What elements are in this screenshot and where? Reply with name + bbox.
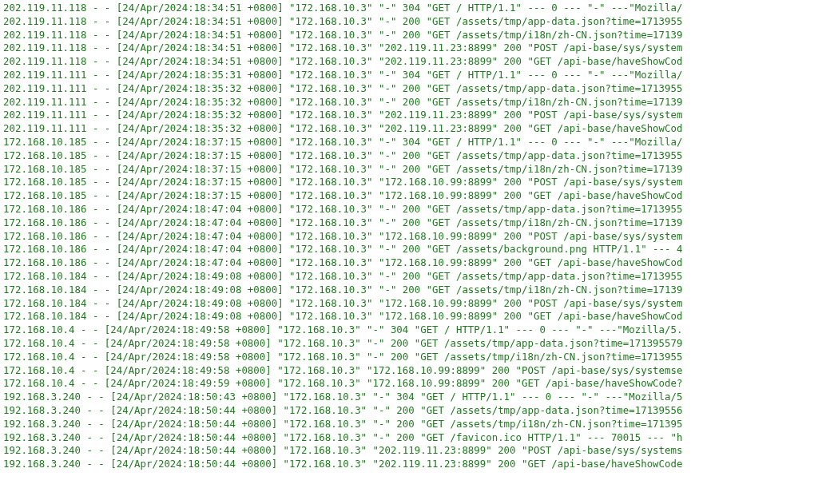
log-line: 202.119.11.111 - - [24/Apr/2024:18:35:32… xyxy=(3,122,818,136)
log-line: 172.168.10.4 - - [24/Apr/2024:18:49:59 +… xyxy=(3,377,818,391)
log-line: 172.168.10.184 - - [24/Apr/2024:18:49:08… xyxy=(3,310,818,323)
log-line: 202.119.11.111 - - [24/Apr/2024:18:35:32… xyxy=(3,82,818,96)
log-line: 172.168.10.186 - - [24/Apr/2024:18:47:04… xyxy=(3,216,818,230)
log-line: 172.168.10.4 - - [24/Apr/2024:18:49:58 +… xyxy=(3,364,818,378)
log-line: 202.119.11.111 - - [24/Apr/2024:18:35:32… xyxy=(3,96,818,109)
log-line: 202.119.11.118 - - [24/Apr/2024:18:34:51… xyxy=(3,29,818,42)
log-line: 202.119.11.118 - - [24/Apr/2024:18:34:51… xyxy=(3,2,818,15)
log-line: 172.168.10.4 - - [24/Apr/2024:18:49:58 +… xyxy=(3,337,818,351)
log-line: 192.168.3.240 - - [24/Apr/2024:18:50:43 … xyxy=(3,391,818,404)
log-line: 172.168.10.4 - - [24/Apr/2024:18:49:58 +… xyxy=(3,323,818,337)
log-line: 172.168.10.184 - - [24/Apr/2024:18:49:08… xyxy=(3,270,818,284)
log-line: 172.168.10.185 - - [24/Apr/2024:18:37:15… xyxy=(3,189,818,203)
log-line: 202.119.11.118 - - [24/Apr/2024:18:34:51… xyxy=(3,55,818,69)
log-line: 172.168.10.185 - - [24/Apr/2024:18:37:15… xyxy=(3,176,818,189)
log-line: 202.119.11.111 - - [24/Apr/2024:18:35:31… xyxy=(3,69,818,82)
log-line: 172.168.10.186 - - [24/Apr/2024:18:47:04… xyxy=(3,230,818,244)
log-line: 192.168.3.240 - - [24/Apr/2024:18:50:44 … xyxy=(3,444,818,458)
log-line: 172.168.10.186 - - [24/Apr/2024:18:47:04… xyxy=(3,243,818,256)
access-log-output: 202.119.11.118 - - [24/Apr/2024:18:34:51… xyxy=(0,0,818,473)
log-line: 192.168.3.240 - - [24/Apr/2024:18:50:44 … xyxy=(3,431,818,445)
log-line: 172.168.10.185 - - [24/Apr/2024:18:37:15… xyxy=(3,136,818,149)
log-line: 172.168.10.186 - - [24/Apr/2024:18:47:04… xyxy=(3,203,818,216)
log-line: 172.168.10.186 - - [24/Apr/2024:18:47:04… xyxy=(3,256,818,270)
log-line: 192.168.3.240 - - [24/Apr/2024:18:50:44 … xyxy=(3,404,818,418)
log-line: 172.168.10.185 - - [24/Apr/2024:18:37:15… xyxy=(3,163,818,177)
log-line: 202.119.11.118 - - [24/Apr/2024:18:34:51… xyxy=(3,42,818,55)
log-line: 172.168.10.185 - - [24/Apr/2024:18:37:15… xyxy=(3,149,818,163)
log-line: 172.168.10.4 - - [24/Apr/2024:18:49:58 +… xyxy=(3,351,818,364)
log-line: 192.168.3.240 - - [24/Apr/2024:18:50:44 … xyxy=(3,418,818,431)
log-line: 172.168.10.184 - - [24/Apr/2024:18:49:08… xyxy=(3,297,818,311)
log-line: 202.119.11.111 - - [24/Apr/2024:18:35:32… xyxy=(3,109,818,122)
log-line: 192.168.3.240 - - [24/Apr/2024:18:50:44 … xyxy=(3,458,818,471)
log-line: 202.119.11.118 - - [24/Apr/2024:18:34:51… xyxy=(3,15,818,29)
log-line: 172.168.10.184 - - [24/Apr/2024:18:49:08… xyxy=(3,284,818,297)
